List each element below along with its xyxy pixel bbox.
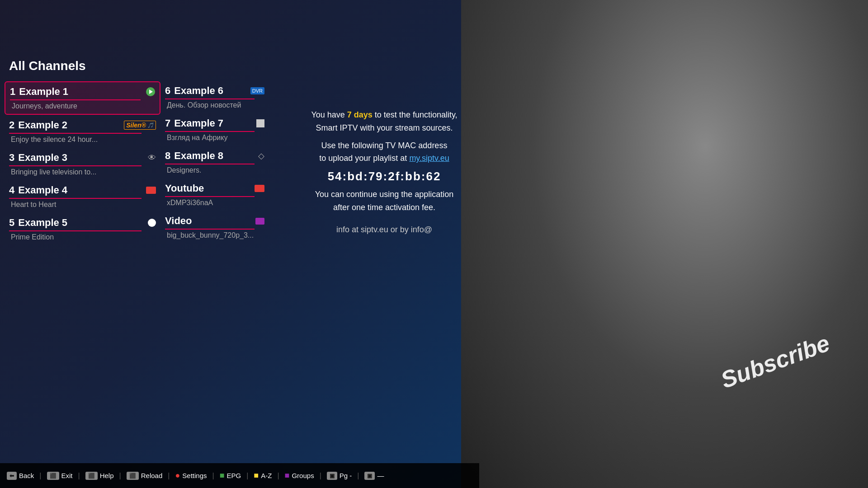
channel-item-6[interactable]: 6 Example 6 DVR День. Обзор новостей	[160, 81, 269, 113]
toolbar-az[interactable]: ■ A-Z	[254, 471, 272, 480]
channel-icon-record-youtube	[255, 185, 264, 192]
channel-number-4: 4	[9, 184, 14, 196]
channel-item-1[interactable]: 1 Example 1 Journeys, adventure	[5, 81, 160, 115]
info-link-siptv: my.siptv.eu	[409, 154, 449, 163]
toolbar-epg[interactable]: ■ EPG	[220, 471, 241, 480]
channel-divider-6	[165, 99, 255, 99]
channel-item-video[interactable]: Video big_buck_bunny_720p_3...	[160, 211, 269, 243]
tv-screen: All Channels 1 Example 1 Journeys, adven…	[0, 0, 479, 488]
sep-4: |	[168, 472, 170, 480]
channel-number-1: 1	[10, 86, 15, 98]
channel-name-8: Example 8	[174, 150, 223, 162]
channel-divider-5	[9, 230, 142, 231]
toolbar-groups[interactable]: ■ Groups	[285, 471, 314, 480]
channel-icon-dvr-6: DVR	[250, 87, 264, 94]
person-silhouette	[461, 0, 868, 488]
channel-number-6: 6	[165, 85, 170, 97]
sep-3: |	[119, 472, 121, 480]
channel-divider-7	[165, 131, 255, 132]
info-line4: info at siptv.eu or by info@	[298, 223, 470, 236]
label-pg-dash: —	[377, 472, 384, 479]
info-highlight-days: 7 days	[347, 110, 373, 119]
channel-icon-eye-8: ◇	[258, 151, 264, 161]
channel-item-5[interactable]: 5 Example 5 Prime Edition	[5, 213, 160, 245]
channel-divider-1	[10, 99, 141, 100]
toolbar-pg-minus[interactable]: ▣ Pg -	[327, 472, 352, 480]
channel-icon-white-7	[256, 119, 264, 127]
key-help: ⬛	[85, 472, 98, 480]
channel-name-2: Example 2	[18, 119, 67, 131]
channel-subtitle-5: Prime Edition	[9, 233, 156, 241]
toolbar-pg-dash[interactable]: ▣ —	[364, 472, 384, 480]
label-settings: Settings	[182, 472, 207, 479]
key-exit: ⬛	[47, 472, 59, 480]
key-reload: ⬛	[127, 472, 139, 480]
channel-divider-4	[9, 198, 142, 199]
channel-name-youtube: Youtube	[165, 183, 204, 194]
sep-2: |	[78, 472, 80, 480]
label-exit: Exit	[61, 472, 73, 479]
key-az-square: ■	[254, 471, 259, 480]
channel-name-5: Example 5	[18, 217, 67, 229]
channel-divider-3	[9, 165, 142, 166]
toolbar-settings[interactable]: ● Settings	[175, 471, 207, 480]
key-settings-dot: ●	[175, 471, 180, 480]
label-help: Help	[100, 472, 114, 479]
channel-subtitle-7: Взгляд на Африку	[165, 134, 264, 142]
channel-subtitle-8: Designers.	[165, 166, 264, 174]
channel-icon-silent: Silen®🎵	[124, 121, 156, 130]
toolbar-back[interactable]: ⬅ Back	[7, 472, 34, 480]
sep-6: |	[246, 472, 248, 480]
bottom-toolbar: ⬅ Back | ⬛ Exit | ⬛ Help | ⬛ Reload | ● …	[0, 463, 479, 488]
label-az: A-Z	[261, 472, 272, 479]
info-line2: Use the following TV MAC address to uplo…	[298, 139, 470, 165]
toolbar-help[interactable]: ⬛ Help	[85, 472, 114, 480]
toolbar-reload[interactable]: ⬛ Reload	[127, 472, 163, 480]
channel-item-3[interactable]: 3 Example 3 👁 Bringing live television t…	[5, 148, 160, 180]
svg-marker-0	[149, 89, 153, 94]
channel-icon-green	[146, 87, 155, 96]
channel-item-4[interactable]: 4 Example 4 Heart to Heart	[5, 181, 160, 212]
mac-address: 54:bd:79:2f:bb:62	[298, 169, 470, 183]
channel-divider-2	[9, 133, 142, 134]
channel-number-7: 7	[165, 117, 170, 129]
channel-item-youtube[interactable]: Youtube xDMP3i36naA	[160, 179, 269, 211]
key-pg-dash: ▣	[364, 472, 375, 480]
channel-divider-youtube	[165, 196, 255, 197]
header-title: All Channels	[9, 59, 86, 73]
sep-9: |	[357, 472, 359, 480]
info-panel: You have 7 days to test the functionalit…	[298, 108, 470, 241]
channel-icon-eye-3: 👁	[148, 153, 156, 163]
key-epg-square: ■	[220, 471, 225, 480]
channel-subtitle-2: Enjoy the silence 24 hour...	[9, 136, 156, 144]
person-area: Subscribe	[461, 0, 868, 488]
all-channels-header: All Channels	[9, 59, 86, 73]
channel-item-2[interactable]: 2 Example 2 Silen®🎵 Enjoy the silence 24…	[5, 116, 160, 147]
channel-icon-circle-5	[148, 219, 156, 227]
label-epg: EPG	[227, 472, 241, 479]
channel-name-video: Video	[165, 215, 192, 227]
channel-name-6: Example 6	[174, 85, 223, 97]
key-back: ⬅	[7, 472, 17, 480]
channel-subtitle-video: big_buck_bunny_720p_3...	[165, 231, 264, 239]
sep-1: |	[39, 472, 41, 480]
label-reload: Reload	[141, 472, 163, 479]
key-groups-square: ■	[285, 471, 290, 480]
toolbar-exit[interactable]: ⬛ Exit	[47, 472, 73, 480]
channel-name-7: Example 7	[174, 117, 223, 129]
channel-list-left: 1 Example 1 Journeys, adventure 2 Exampl…	[5, 81, 160, 246]
sep-8: |	[320, 472, 321, 480]
channel-icon-purple-video	[255, 218, 264, 225]
channel-item-8[interactable]: 8 Example 8 ◇ Designers.	[160, 146, 269, 178]
channel-item-7[interactable]: 7 Example 7 Взгляд на Африку	[160, 114, 269, 145]
channel-divider-8	[165, 164, 255, 164]
channel-name-1: Example 1	[19, 86, 68, 98]
sep-5: |	[212, 472, 214, 480]
label-groups: Groups	[292, 472, 314, 479]
key-pg-minus: ▣	[327, 472, 337, 480]
channel-subtitle-4: Heart to Heart	[9, 201, 156, 209]
channel-name-3: Example 3	[18, 152, 67, 164]
channel-name-4: Example 4	[18, 184, 67, 196]
label-back: Back	[19, 472, 34, 479]
channel-divider-video	[165, 229, 255, 230]
